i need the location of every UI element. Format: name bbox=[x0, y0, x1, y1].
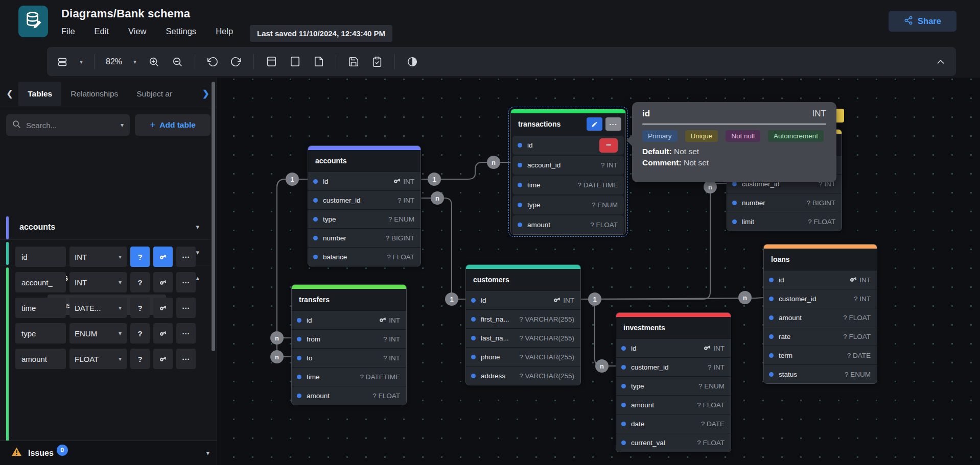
edit-table-button[interactable] bbox=[587, 117, 602, 131]
table-field-row[interactable]: customer_id? INT bbox=[764, 289, 877, 308]
app-logo[interactable] bbox=[18, 6, 48, 37]
table-field-row[interactable]: current_val? FLOAT bbox=[616, 433, 731, 452]
canvas-table-investments[interactable]: investmentsidINTcustomer_id? INTtype? EN… bbox=[616, 312, 731, 452]
menu-settings[interactable]: Settings bbox=[166, 27, 197, 36]
view-options-caret-icon[interactable]: ▾ bbox=[80, 58, 83, 65]
table-header[interactable]: customers bbox=[466, 269, 580, 290]
table-field-row[interactable]: type? ENUM bbox=[616, 376, 731, 395]
table-field-row[interactable]: from? INT bbox=[292, 329, 406, 348]
tabs-scroll-left-icon[interactable]: ❮ bbox=[6, 88, 13, 99]
search-caret-icon[interactable]: ▾ bbox=[121, 121, 124, 129]
canvas-table-transactions[interactable]: transactions···id−account_id? INTtime? D… bbox=[510, 109, 626, 235]
field-primary-key-button[interactable] bbox=[153, 272, 173, 292]
table-field-row[interactable]: account_id? INT bbox=[512, 156, 624, 175]
field-more-button[interactable]: ··· bbox=[176, 323, 196, 344]
field-primary-key-button[interactable] bbox=[153, 247, 173, 267]
table-field-row[interactable]: idINT bbox=[764, 270, 877, 289]
menu-edit[interactable]: Edit bbox=[95, 27, 109, 36]
canvas-table-customers[interactable]: customersidINTfirst_na...? VARCHAR(255)l… bbox=[465, 264, 581, 385]
table-field-row[interactable]: amount? FLOAT bbox=[616, 395, 731, 414]
table-field-row[interactable]: customer_id? INT bbox=[308, 190, 421, 209]
zoom-level-display[interactable]: 82% bbox=[106, 57, 122, 66]
zoom-level-caret-icon[interactable]: ▾ bbox=[133, 58, 136, 65]
tabs-scroll-right-icon[interactable]: ❯ bbox=[202, 88, 209, 99]
field-primary-key-button[interactable] bbox=[153, 323, 173, 344]
field-name-input[interactable]: amount bbox=[15, 349, 66, 369]
canvas-table-accounts[interactable]: accountsidINTcustomer_id? INTtype? ENUMn… bbox=[308, 145, 421, 266]
table-header[interactable]: loans bbox=[764, 249, 877, 270]
table-field-row[interactable]: rate? FLOAT bbox=[764, 327, 877, 346]
zoom-in-button[interactable] bbox=[148, 56, 160, 68]
add-table-sidebar-button[interactable]: + Add table bbox=[135, 114, 211, 136]
table-header[interactable]: accounts bbox=[308, 150, 421, 172]
field-type-select[interactable]: DATE...▾ bbox=[69, 298, 127, 318]
field-more-button[interactable]: ··· bbox=[176, 247, 196, 267]
table-field-row[interactable]: time? DATETIME bbox=[292, 367, 406, 386]
chevron-down-icon[interactable]: ▾ bbox=[196, 249, 199, 256]
menu-file[interactable]: File bbox=[61, 27, 75, 36]
undo-button[interactable] bbox=[206, 56, 219, 68]
field-more-button[interactable]: ··· bbox=[176, 298, 196, 318]
menu-view[interactable]: View bbox=[128, 27, 146, 36]
todo-button[interactable] bbox=[371, 56, 383, 68]
table-field-row[interactable]: idINT bbox=[616, 338, 731, 357]
table-field-row[interactable]: balance? FLOAT bbox=[308, 247, 421, 266]
canvas-table-transfers[interactable]: transfersidINTfrom? INTto? INTtime? DATE… bbox=[291, 284, 407, 405]
add-area-button[interactable] bbox=[289, 56, 301, 68]
menu-help[interactable]: Help bbox=[216, 27, 233, 36]
field-more-button[interactable]: ··· bbox=[176, 272, 196, 292]
delete-field-button[interactable]: − bbox=[599, 138, 618, 153]
field-type-select[interactable]: INT▾ bbox=[69, 247, 127, 267]
save-button[interactable] bbox=[347, 56, 360, 68]
table-field-row[interactable]: status? ENUM bbox=[764, 364, 877, 383]
table-field-row[interactable]: address? VARCHAR(255) bbox=[466, 366, 580, 385]
table-field-row[interactable]: term? DATE bbox=[764, 346, 877, 364]
table-field-row[interactable]: id− bbox=[512, 136, 624, 155]
table-field-row[interactable]: phone? VARCHAR(255) bbox=[466, 347, 580, 366]
field-primary-key-button[interactable] bbox=[153, 349, 173, 369]
chevron-down-icon[interactable]: ▾ bbox=[196, 223, 199, 231]
table-field-row[interactable]: idINT bbox=[466, 290, 580, 309]
tab-relationships[interactable]: Relationships bbox=[61, 82, 127, 106]
table-field-row[interactable]: date? DATE bbox=[616, 414, 731, 433]
table-header[interactable]: investments bbox=[616, 317, 731, 338]
collapse-toolbar-button[interactable] bbox=[935, 56, 947, 68]
table-field-row[interactable]: amount? FLOAT bbox=[292, 386, 406, 405]
table-field-row[interactable]: time? DATETIME bbox=[512, 176, 624, 194]
field-more-button[interactable]: ··· bbox=[176, 349, 196, 369]
field-nullable-button[interactable]: ? bbox=[130, 323, 150, 344]
table-field-row[interactable]: last_na...? VARCHAR(255) bbox=[466, 328, 580, 347]
field-nullable-button[interactable]: ? bbox=[130, 349, 150, 369]
zoom-out-button[interactable] bbox=[171, 56, 183, 68]
table-field-row[interactable]: to? INT bbox=[292, 348, 406, 367]
field-nullable-button[interactable]: ? bbox=[130, 272, 150, 292]
table-header[interactable]: transactions··· bbox=[511, 113, 625, 135]
field-nullable-button[interactable]: ? bbox=[130, 298, 150, 318]
field-type-select[interactable]: FLOAT▾ bbox=[69, 349, 127, 369]
table-field-row[interactable]: idINT bbox=[292, 310, 406, 329]
field-type-select[interactable]: ENUM▾ bbox=[69, 323, 127, 344]
table-field-row[interactable]: first_na...? VARCHAR(255) bbox=[466, 309, 580, 328]
issues-bar[interactable]: Issues 0 ▾ bbox=[0, 440, 217, 465]
table-field-row[interactable]: customer_id? INT bbox=[616, 357, 731, 376]
field-name-input[interactable]: id bbox=[15, 247, 66, 267]
chevron-down-icon[interactable]: ▾ bbox=[206, 449, 209, 457]
field-name-input[interactable]: type bbox=[15, 323, 66, 344]
table-field-row[interactable]: type? ENUM bbox=[512, 195, 624, 214]
sidebar-item-accounts[interactable]: accounts ▾ bbox=[0, 216, 211, 240]
table-field-row[interactable]: idINT bbox=[308, 172, 421, 190]
field-type-select[interactable]: INT▾ bbox=[69, 272, 127, 292]
tab-tables[interactable]: Tables bbox=[18, 82, 61, 106]
canvas-table-loans[interactable]: loansidINTcustomer_id? INTamount? FLOATr… bbox=[763, 244, 877, 384]
share-button[interactable]: Share bbox=[889, 11, 956, 32]
search-input[interactable]: Search... ▾ bbox=[6, 114, 130, 136]
table-field-row[interactable]: number? BIGINT bbox=[308, 228, 421, 247]
redo-button[interactable] bbox=[230, 56, 242, 68]
field-name-input[interactable]: account_ bbox=[15, 272, 66, 292]
table-more-button[interactable]: ··· bbox=[605, 117, 621, 131]
field-nullable-button[interactable]: ? bbox=[130, 247, 150, 267]
add-note-button[interactable] bbox=[312, 56, 324, 68]
table-field-row[interactable]: type? ENUM bbox=[308, 209, 421, 228]
table-field-row[interactable]: limit? FLOAT bbox=[727, 212, 842, 231]
view-options-button[interactable] bbox=[56, 56, 68, 68]
